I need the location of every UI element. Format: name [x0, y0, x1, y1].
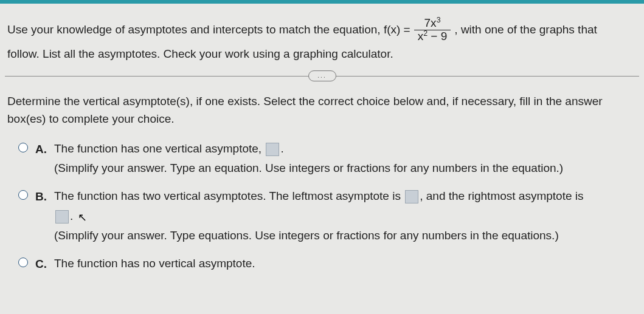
denominator: x2 − 9 [414, 30, 451, 43]
choice-B-hint: (Simplify your answer. Type equations. U… [54, 229, 559, 242]
instruction-text: Determine the vertical asymptote(s), if … [5, 92, 639, 139]
intro-line2: follow. List all the asymptotes. Check y… [7, 43, 637, 65]
choice-B-period: . [70, 210, 73, 222]
choice-C[interactable]: C. The function has no vertical asymptot… [18, 254, 633, 274]
choice-B-input2[interactable] [55, 210, 69, 224]
divider: ... [5, 76, 639, 77]
radio-B[interactable] [18, 190, 28, 200]
radio-C[interactable] [18, 258, 28, 267]
radio-A[interactable] [18, 143, 28, 152]
choice-B[interactable]: B. The function has two vertical asympto… [18, 186, 633, 245]
intro-part1: Use your knowledge of asymptotes and int… [7, 19, 410, 41]
choice-A-input1[interactable] [266, 143, 279, 156]
choice-C-letter: C. [35, 254, 47, 274]
choice-B-body: The function has two vertical asymptotes… [54, 186, 633, 245]
expand-pill[interactable]: ... [308, 70, 336, 81]
choice-B-text1: The function has two vertical asymptotes… [54, 189, 404, 202]
choice-B-letter: B. [35, 187, 47, 206]
choice-A[interactable]: A. The function has one vertical asympto… [18, 139, 633, 179]
intro-part2: , with one of the graphs that [454, 19, 597, 41]
choice-A-period: . [280, 142, 283, 155]
window-title-bar [0, 0, 644, 4]
choice-A-letter: A. [35, 140, 47, 159]
question-content: Use your knowledge of asymptotes and int… [0, 0, 644, 288]
choice-C-text: The function has no vertical asymptote. [54, 257, 255, 270]
cursor-icon: ↖ [78, 208, 87, 227]
problem-statement: Use your knowledge of asymptotes and int… [5, 17, 639, 65]
choice-A-hint: (Simplify your answer. Type an equation.… [54, 162, 563, 174]
choice-B-input1[interactable] [405, 190, 418, 203]
numerator: 7x3 [421, 17, 445, 30]
choice-A-body: The function has one vertical asymptote,… [54, 139, 633, 179]
choices-group: A. The function has one vertical asympto… [5, 139, 639, 275]
choice-C-body: The function has no vertical asymptote. [54, 254, 633, 273]
fraction: 7x3 x2 − 9 [414, 17, 451, 43]
choice-A-text: The function has one vertical asymptote, [54, 142, 265, 155]
choice-B-text2: , and the rightmost asymptote is [420, 189, 583, 202]
